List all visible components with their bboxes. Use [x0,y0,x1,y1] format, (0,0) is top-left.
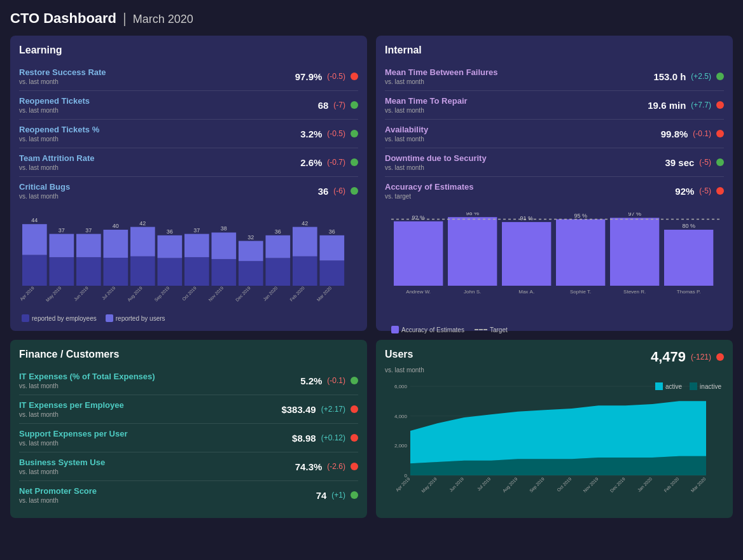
dashboard-header: CTO Dashboard | March 2020 [10,10,733,27]
metric-sub: vs. last month [385,136,428,143]
legend-users-label: reported by users [116,315,165,322]
metric-value-wrap: 97.9%(-0.5) [295,71,358,82]
metric-value: 74.3% [295,461,323,472]
metric-name: Restore Success Rate [19,67,106,77]
metric-name: Mean Time Between Failures [385,67,498,77]
users-title-block: Users vs. last month [385,349,424,374]
learning-title: Learning [19,45,358,56]
status-dot [351,491,358,499]
status-dot [716,130,724,137]
status-dot [351,377,358,384]
metric-sub: vs. last month [19,107,90,114]
users-inactive-box [690,382,697,390]
users-panel: Users vs. last month 4,479 (-121) active… [376,340,733,518]
metric-value-wrap: 153.0 h(+2.5) [653,71,724,82]
metric-delta: (-0.1) [693,129,711,138]
metric-row: IT Expenses per Employeevs. last month$3… [19,395,358,424]
metric-label: Mean Time Between Failuresvs. last month [385,67,498,85]
status-dot [351,158,358,166]
finance-panel: Finance / Customers IT Expenses (% of To… [10,340,367,518]
metric-delta: (+2.17) [321,405,345,414]
header-date: March 2020 [133,13,193,26]
metric-value: 92% [675,186,694,197]
learning-panel: Learning Restore Success Ratevs. last mo… [10,36,367,331]
legend-light-box [106,314,113,322]
metric-sub: vs. last month [19,382,155,389]
metric-sub: vs. last month [385,164,487,171]
metric-delta: (+2.5) [691,72,711,81]
accuracy-chart-area: Accuracy of Estimates Target [385,213,724,314]
metric-value-wrap: 39 sec(-5) [665,157,724,168]
users-legend-inactive: inactive [690,382,721,390]
metric-label: Reopened Tickets %vs. last month [19,125,99,143]
metric-value-wrap: 92%(-5) [675,186,724,197]
accuracy-legend: Accuracy of Estimates Target [385,326,724,333]
metric-name: Critical Bugs [19,182,70,192]
legend-employees-label: reported by employees [32,315,97,322]
dashboard-grid: Learning Restore Success Ratevs. last mo… [10,36,733,518]
acc-legend-bar-label: Accuracy of Estimates [401,326,464,333]
finance-title: Finance / Customers [19,349,358,360]
status-dot [716,73,724,80]
metric-label: Team Attrition Ratevs. last month [19,153,94,171]
metric-sub: vs. last month [385,78,498,85]
status-dot [351,187,358,195]
metric-label: Reopened Ticketsvs. last month [19,96,90,114]
users-value: 4,479 [651,349,686,365]
metric-value-wrap: 74.3%(-2.6) [295,461,358,472]
metric-name: Business System Use [19,458,105,467]
status-dot [716,187,724,195]
metric-name: Accuracy of Estimates [385,182,473,192]
internal-metrics: Mean Time Between Failuresvs. last month… [385,62,724,205]
metric-sub: vs. last month [385,107,468,114]
metric-value-wrap: 3.2%(-0.5) [300,129,358,139]
metric-name: Availability [385,125,428,134]
dashboard-title: CTO Dashboard [10,10,116,27]
metric-row: Net Promoter Scorevs. last month74(+1) [19,481,358,509]
metric-name: Net Promoter Score [19,486,97,496]
metric-row: Support Expenses per Uservs. last month$… [19,424,358,452]
users-sub: vs. last month [385,367,424,374]
metric-delta: (-5) [699,186,711,195]
finance-metrics: IT Expenses (% of Total Expenses)vs. las… [19,367,358,509]
legend-employees: reported by employees [22,314,97,322]
legend-users: reported by users [106,314,165,322]
metric-delta: (-7) [333,101,345,109]
metric-delta: (+7.7) [691,101,711,109]
metric-sub: vs. last month [19,468,105,475]
metric-value-wrap: 19.6 min(+7.7) [648,100,724,111]
metric-sub: vs. last month [19,193,70,200]
status-dot [716,101,724,109]
acc-legend-target-label: Target [490,326,508,333]
status-dot [351,434,358,442]
metric-value-wrap: 74(+1) [316,490,358,501]
metric-label: IT Expenses (% of Total Expenses)vs. las… [19,372,155,389]
acc-legend-target: Target [475,326,508,333]
users-value-block: 4,479 (-121) [651,349,724,365]
legend-dark-box [22,314,29,322]
metric-label: IT Expenses per Employeevs. last month [19,400,124,418]
users-title: Users [385,349,424,360]
metric-label: Support Expenses per Uservs. last month [19,429,128,447]
metric-value-wrap: 36(-6) [318,186,358,197]
metric-row: Mean Time Between Failuresvs. last month… [385,62,724,91]
metric-row: IT Expenses (% of Total Expenses)vs. las… [19,367,358,395]
users-legend-active: active [655,382,682,390]
metric-row: Reopened Tickets %vs. last month3.2%(-0.… [19,120,358,148]
critical-bugs-chart: reported by employees reported by users [19,213,358,322]
metric-delta: (-0.7) [327,158,345,167]
metric-value: 97.9% [295,71,323,82]
metric-sub: vs. target [385,193,473,200]
acc-legend-bar: Accuracy of Estimates [391,326,464,333]
users-chart-wrap: active inactive [385,380,724,497]
metric-label: Critical Bugsvs. last month [19,182,70,200]
metric-row: Reopened Ticketsvs. last month68(-7) [19,91,358,120]
users-delta: (-121) [691,353,711,361]
metric-value: 39 sec [665,157,694,168]
metric-label: Net Promoter Scorevs. last month [19,486,97,504]
metric-value-wrap: $383.49(+2.17) [281,404,358,415]
metric-value-wrap: 99.8%(-0.1) [661,129,724,139]
metric-value-wrap: $8.98(+0.12) [292,433,358,444]
status-dot [351,73,358,80]
metric-delta: (-0.5) [327,129,345,138]
